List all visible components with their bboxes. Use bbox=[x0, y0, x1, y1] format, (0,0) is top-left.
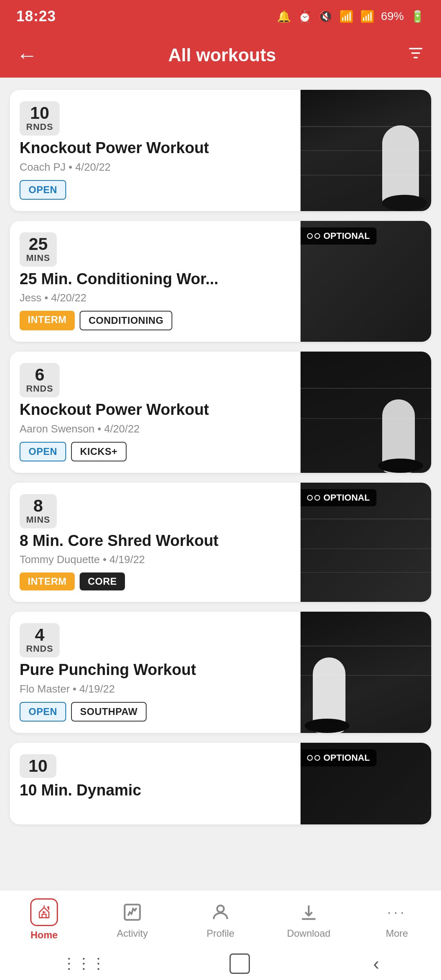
workout-card-1[interactable]: 10 RNDS Knockout Power Workout Coach PJ … bbox=[10, 90, 431, 211]
card-image-1 bbox=[301, 90, 431, 211]
nav-profile-label: Profile bbox=[207, 928, 234, 939]
nav-more[interactable]: ··· More bbox=[353, 890, 441, 947]
card-left-3: 6 RNDS Knockout Power Workout Aaron Swen… bbox=[10, 352, 301, 473]
top-header: ← All workouts bbox=[0, 33, 441, 78]
android-menu-btn[interactable]: ⋮⋮⋮ bbox=[62, 955, 106, 972]
status-icons: 🔔 ⏰ 🔇 📶 📶 69% 🔋 bbox=[277, 10, 425, 23]
card-title-4: 8 Min. Core Shred Workout bbox=[20, 532, 291, 550]
tags-3: OPEN KICKS+ bbox=[20, 442, 291, 461]
card-left-4: 8 MINS 8 Min. Core Shred Workout Tommy D… bbox=[10, 483, 301, 602]
workout-card-3[interactable]: 6 RNDS Knockout Power Workout Aaron Swen… bbox=[10, 352, 431, 473]
android-nav-bar: ⋮⋮⋮ ‹ bbox=[0, 947, 441, 980]
tag-open-1[interactable]: OPEN bbox=[20, 180, 66, 200]
home-icon bbox=[30, 898, 58, 926]
card-left-5: 4 RNDS Pure Punching Workout Flo Master … bbox=[10, 612, 301, 733]
card-left-2: 25 MINS 25 Min. Conditioning Wor... Jess… bbox=[10, 221, 301, 342]
stat-badge-1: 10 RNDS bbox=[20, 101, 60, 136]
tag-open-5[interactable]: OPEN bbox=[20, 702, 66, 722]
back-button[interactable]: ← bbox=[16, 43, 38, 67]
nav-more-label: More bbox=[386, 928, 408, 939]
tags-5: OPEN SOUTHPAW bbox=[20, 702, 291, 722]
nav-activity-label: Activity bbox=[117, 928, 148, 939]
filter-button[interactable] bbox=[407, 44, 425, 66]
nav-home-label: Home bbox=[31, 929, 58, 941]
signal-icon: 📶 bbox=[360, 10, 374, 23]
card-image-2: OPTIONAL bbox=[301, 221, 431, 342]
wifi-icon: 📶 bbox=[339, 10, 354, 23]
workout-card-4[interactable]: 8 MINS 8 Min. Core Shred Workout Tommy D… bbox=[10, 483, 431, 602]
card-image-4: OPTIONAL bbox=[301, 483, 431, 602]
mute-icon: 🔇 bbox=[318, 10, 333, 23]
alarm-icon: ⏰ bbox=[298, 10, 312, 23]
nav-activity[interactable]: Activity bbox=[88, 890, 176, 947]
workout-card-6[interactable]: 10 10 Min. Dynamic OPTIONAL bbox=[10, 743, 431, 824]
activity-icon bbox=[120, 900, 145, 924]
card-meta-5: Flo Master • 4/19/22 bbox=[20, 683, 291, 695]
status-time: 18:23 bbox=[16, 8, 56, 25]
card-left-6: 10 10 Min. Dynamic bbox=[10, 743, 301, 824]
page-title: All workouts bbox=[168, 45, 276, 65]
card-title-6: 10 Min. Dynamic bbox=[20, 781, 291, 800]
card-title-2: 25 Min. Conditioning Wor... bbox=[20, 270, 291, 289]
stat-badge-6: 10 bbox=[20, 754, 56, 778]
stat-badge-2: 25 MINS bbox=[20, 232, 57, 267]
battery-text: 69% bbox=[381, 10, 404, 23]
nav-home[interactable]: Home bbox=[0, 890, 88, 947]
workout-card-5[interactable]: 4 RNDS Pure Punching Workout Flo Master … bbox=[10, 612, 431, 733]
svg-marker-3 bbox=[43, 911, 46, 914]
svg-point-5 bbox=[217, 905, 224, 912]
stat-badge-5: 4 RNDS bbox=[20, 623, 60, 657]
tag-open-3[interactable]: OPEN bbox=[20, 442, 66, 461]
profile-icon bbox=[208, 900, 233, 924]
tag-core-4[interactable]: CORE bbox=[80, 572, 125, 590]
card-title-5: Pure Punching Workout bbox=[20, 661, 291, 679]
tag-interm-2[interactable]: INTERM bbox=[20, 311, 75, 330]
android-back-btn[interactable]: ‹ bbox=[373, 953, 379, 974]
stat-badge-3: 6 RNDS bbox=[20, 363, 60, 397]
nav-download[interactable]: Download bbox=[265, 890, 353, 947]
nav-profile[interactable]: Profile bbox=[176, 890, 265, 947]
card-title-1: Knockout Power Workout bbox=[20, 139, 291, 158]
stat-badge-4: 8 MINS bbox=[20, 494, 57, 528]
workout-list: 10 RNDS Knockout Power Workout Coach PJ … bbox=[0, 78, 441, 914]
android-home-btn[interactable] bbox=[229, 953, 250, 974]
tags-1: OPEN bbox=[20, 180, 291, 200]
battery-icon: 🔋 bbox=[410, 10, 425, 23]
nav-download-label: Download bbox=[287, 928, 331, 939]
tag-conditioning-2[interactable]: CONDITIONING bbox=[80, 311, 172, 330]
card-image-3 bbox=[301, 352, 431, 473]
tags-4: INTERM CORE bbox=[20, 572, 291, 590]
download-icon bbox=[296, 900, 321, 924]
card-image-6: OPTIONAL bbox=[301, 743, 431, 824]
card-left-1: 10 RNDS Knockout Power Workout Coach PJ … bbox=[10, 90, 301, 211]
tag-southpaw-5[interactable]: SOUTHPAW bbox=[71, 702, 147, 722]
svg-marker-2 bbox=[47, 907, 49, 910]
tags-2: INTERM CONDITIONING bbox=[20, 311, 291, 330]
card-meta-2: Jess • 4/20/22 bbox=[20, 292, 291, 304]
tag-interm-4[interactable]: INTERM bbox=[20, 572, 75, 590]
more-icon: ··· bbox=[385, 900, 409, 924]
card-title-3: Knockout Power Workout bbox=[20, 401, 291, 419]
card-image-5 bbox=[301, 612, 431, 733]
notification-icon: 🔔 bbox=[277, 10, 291, 23]
status-bar: 18:23 🔔 ⏰ 🔇 📶 📶 69% 🔋 bbox=[0, 0, 441, 33]
workout-card-2[interactable]: 25 MINS 25 Min. Conditioning Wor... Jess… bbox=[10, 221, 431, 342]
card-meta-1: Coach PJ • 4/20/22 bbox=[20, 161, 291, 174]
card-meta-3: Aaron Swenson • 4/20/22 bbox=[20, 423, 291, 435]
card-meta-4: Tommy Duquette • 4/19/22 bbox=[20, 553, 291, 566]
tag-kicks-3[interactable]: KICKS+ bbox=[71, 442, 127, 461]
